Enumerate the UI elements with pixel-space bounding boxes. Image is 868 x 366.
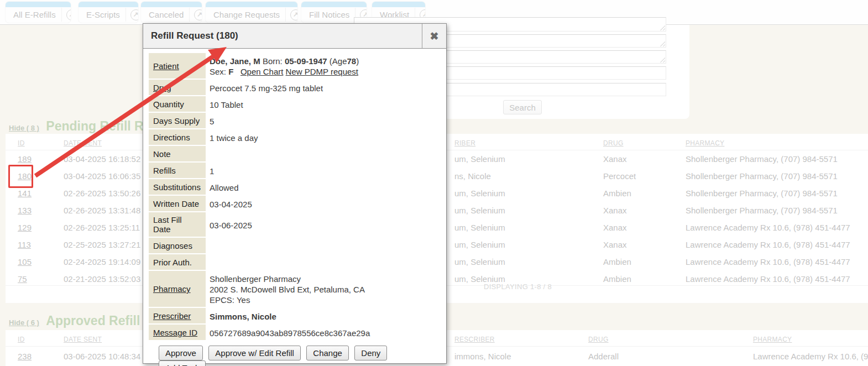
add-task-button[interactable]: Add Task xyxy=(159,360,206,366)
refill-request-modal: Refill Request (180) ✖ Patient Doe, Jane… xyxy=(143,23,447,364)
born-label: Born: xyxy=(263,56,283,66)
directions-label: Directions xyxy=(153,133,190,142)
days-supply-label: Days Supply xyxy=(153,116,200,126)
drug-label-link[interactable]: Drug xyxy=(153,83,171,92)
age-prefix: (Age xyxy=(330,56,347,66)
pharmacy-address: 2002 S. McDowell Blvd Ext, Petaluma, CA xyxy=(210,284,441,295)
field-row-message-id: Message ID 056727689a9043ab8978556ce8c36… xyxy=(149,325,441,341)
message-id-value: 056727689a9043ab8978556ce8c367ae29a xyxy=(210,328,441,338)
modal-header: Refill Request (180) ✖ xyxy=(143,24,446,49)
substitutions-value: Allowed xyxy=(210,182,441,193)
modal-actions: Approve Approve w/ Edit Refill Change De… xyxy=(159,346,441,366)
field-row-note: Note xyxy=(149,146,441,163)
written-date-label: Written Date xyxy=(153,199,199,208)
diagnoses-label: Diagnoses xyxy=(153,241,192,250)
patient-label-link[interactable]: Patient xyxy=(153,61,179,71)
erx-refill-page: { "tabs": [ { "label": "All E-Refills" }… xyxy=(0,0,868,366)
patient-line1: Doe, Jane, M Born: 05-09-1947 (Age78) xyxy=(210,56,441,66)
modal-title: Refill Request (180) xyxy=(143,30,422,41)
deny-button[interactable]: Deny xyxy=(354,346,387,360)
prior-auth-label: Prior Auth. xyxy=(153,258,192,267)
field-row-prior-auth: Prior Auth. xyxy=(149,254,441,271)
days-supply-value: 5 xyxy=(210,116,441,127)
field-row-directions: Directions 1 twice a day xyxy=(149,129,441,146)
prescriber-label-link[interactable]: Prescriber xyxy=(153,311,191,321)
note-label: Note xyxy=(153,149,171,159)
field-row-drug: Drug Percocet 7.5 mg-325 mg tablet xyxy=(149,80,441,96)
patient-age: 78 xyxy=(347,56,357,66)
quantity-value: 10 Tablet xyxy=(210,100,441,110)
refills-value: 1 xyxy=(210,166,441,176)
field-row-substitutions: Substitutions Allowed xyxy=(149,179,441,196)
patient-name: Doe, Jane, M xyxy=(210,56,260,66)
approve-w-edit-refill-button[interactable]: Approve w/ Edit Refill xyxy=(208,346,301,360)
open-chart-link[interactable]: Open Chart xyxy=(240,67,284,76)
field-row-last-fill-date: Last Fill Date 03-06-2025 xyxy=(149,212,441,238)
field-row-written-date: Written Date 03-04-2025 xyxy=(149,196,441,212)
modal-body: Patient Doe, Jane, M Born: 05-09-1947 (A… xyxy=(143,49,446,366)
directions-value: 1 twice a day xyxy=(210,133,441,143)
sex-label: Sex: xyxy=(210,67,226,76)
message-id-label-link[interactable]: Message ID xyxy=(153,328,197,337)
approve-button[interactable]: Approve xyxy=(159,346,203,360)
field-row-diagnoses: Diagnoses xyxy=(149,238,441,254)
patient-dob: 05-09-1947 xyxy=(285,56,327,66)
new-pdmp-request-link[interactable]: New PDMP request xyxy=(286,67,358,76)
patient-sex: F xyxy=(228,67,233,76)
field-row-patient: Patient Doe, Jane, M Born: 05-09-1947 (A… xyxy=(149,53,441,80)
field-row-quantity: Quantity 10 Tablet xyxy=(149,96,441,113)
prescriber-value: Simmons, Nicole xyxy=(210,311,441,322)
drug-value: Percocet 7.5 mg-325 mg tablet xyxy=(210,83,441,93)
pharmacy-name: Shollenberger Pharmacy xyxy=(210,274,441,284)
patient-line2: Sex: F Open Chart New PDMP request xyxy=(210,66,441,77)
change-button[interactable]: Change xyxy=(306,346,349,360)
field-row-refills: Refills 1 xyxy=(149,163,441,179)
quantity-label: Quantity xyxy=(153,100,184,109)
written-date-value: 03-04-2025 xyxy=(210,199,441,210)
field-row-pharmacy: Pharmacy Shollenberger Pharmacy 2002 S. … xyxy=(149,271,441,308)
close-icon[interactable]: ✖ xyxy=(422,24,446,48)
last-fill-date-value: 03-06-2025 xyxy=(210,220,441,231)
pharmacy-epcs: EPCS: Yes xyxy=(210,295,441,305)
age-suffix: ) xyxy=(356,56,359,66)
field-row-prescriber: Prescriber Simmons, Nicole xyxy=(149,308,441,325)
last-fill-date-label: Last Fill Date xyxy=(153,215,201,234)
refills-label: Refills xyxy=(153,166,176,175)
field-row-days-supply: Days Supply 5 xyxy=(149,113,441,129)
substitutions-label: Substitutions xyxy=(153,182,201,192)
pharmacy-label-link[interactable]: Pharmacy xyxy=(153,284,191,294)
